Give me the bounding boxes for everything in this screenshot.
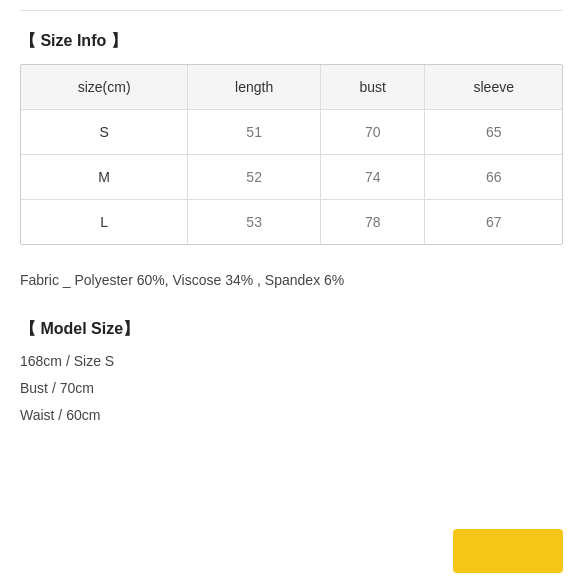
table-header-row: size(cm) length bust sleeve	[21, 65, 562, 110]
size-table-wrapper: size(cm) length bust sleeve S517065M5274…	[20, 64, 563, 245]
cell-sleeve: 66	[425, 155, 562, 200]
size-info-title: 【 Size Info 】	[20, 31, 563, 52]
col-header-bust: bust	[320, 65, 425, 110]
cell-bust: 70	[320, 110, 425, 155]
action-button[interactable]	[453, 529, 563, 573]
size-table: size(cm) length bust sleeve S517065M5274…	[21, 65, 562, 244]
table-row: M527466	[21, 155, 562, 200]
model-info-line: 168cm / Size S	[20, 348, 563, 375]
cell-bust: 74	[320, 155, 425, 200]
cell-size: S	[21, 110, 188, 155]
top-divider	[20, 10, 563, 11]
fabric-info: Fabric _ Polyester 60%, Viscose 34% , Sp…	[20, 269, 563, 291]
col-header-length: length	[188, 65, 321, 110]
cell-length: 52	[188, 155, 321, 200]
cell-sleeve: 67	[425, 200, 562, 245]
model-info: 168cm / Size SBust / 70cmWaist / 60cm	[20, 348, 563, 428]
col-header-sleeve: sleeve	[425, 65, 562, 110]
cell-sleeve: 65	[425, 110, 562, 155]
cell-length: 53	[188, 200, 321, 245]
table-row: S517065	[21, 110, 562, 155]
model-size-title: 【 Model Size】	[20, 319, 563, 340]
model-info-line: Waist / 60cm	[20, 402, 563, 429]
cell-size: L	[21, 200, 188, 245]
page-container: 【 Size Info 】 size(cm) length bust sleev…	[0, 10, 583, 583]
cell-length: 51	[188, 110, 321, 155]
cell-size: M	[21, 155, 188, 200]
col-header-size: size(cm)	[21, 65, 188, 110]
table-row: L537867	[21, 200, 562, 245]
cell-bust: 78	[320, 200, 425, 245]
model-info-line: Bust / 70cm	[20, 375, 563, 402]
